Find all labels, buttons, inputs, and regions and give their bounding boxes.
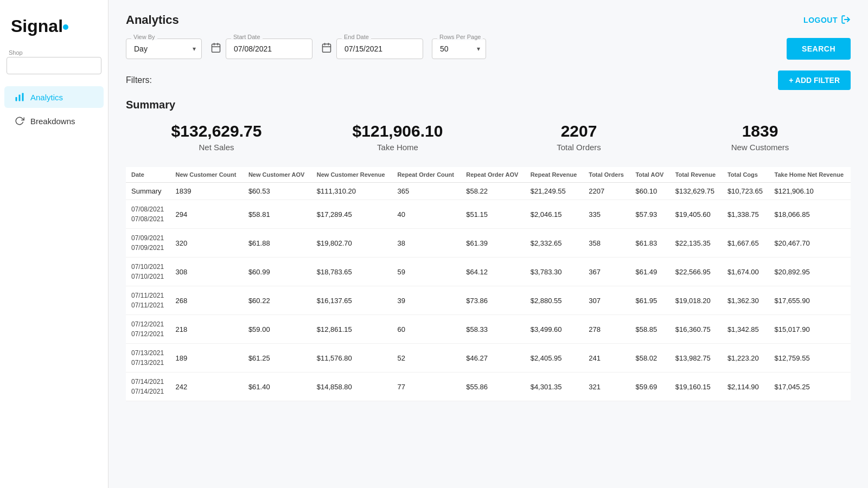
cell-date: 07/09/202107/09/2021 bbox=[126, 229, 170, 258]
cell-new-customer-aov: $60.22 bbox=[243, 286, 311, 315]
end-date-label: End Date bbox=[342, 34, 371, 40]
sidebar-item-breakdowns[interactable]: Breakdowns bbox=[4, 110, 104, 132]
svg-rect-4 bbox=[212, 44, 220, 52]
cell-date: 07/14/202107/14/2021 bbox=[126, 373, 170, 401]
cell-date: 07/08/202107/08/2021 bbox=[126, 200, 170, 229]
cell-new-customer-aov: $60.53 bbox=[243, 183, 311, 200]
page-title: Analytics bbox=[126, 13, 179, 27]
cell-total-cogs: $1,338.75 bbox=[722, 200, 769, 229]
cell-repeat-order-aov: $73.86 bbox=[461, 286, 525, 315]
cell-total-revenue: $16,360.75 bbox=[670, 315, 722, 344]
cell-total-cogs: $1,674.00 bbox=[722, 258, 769, 286]
cell-new-customer-aov: $61.25 bbox=[243, 344, 311, 373]
filters-label: Filters: bbox=[126, 75, 152, 85]
sidebar-item-analytics-label: Analytics bbox=[30, 93, 63, 102]
cell-new-customer-count: 218 bbox=[170, 315, 243, 344]
calendar-start-icon bbox=[210, 42, 221, 56]
net-sales-value: $132,629.75 bbox=[126, 122, 307, 140]
sidebar-item-analytics[interactable]: Analytics bbox=[4, 86, 104, 108]
cell-new-customer-count: 320 bbox=[170, 229, 243, 258]
cell-take-home-net-revenue: $20,467.70 bbox=[769, 229, 851, 258]
cell-total-aov: $60.10 bbox=[630, 183, 669, 200]
cell-date: Summary bbox=[126, 183, 170, 200]
cell-repeat-revenue: $2,046.15 bbox=[525, 200, 584, 229]
cell-date: 07/13/202107/13/2021 bbox=[126, 344, 170, 373]
view-by-select-wrapper[interactable]: Day ▾ Day Week Month bbox=[126, 38, 202, 59]
shop-input[interactable] bbox=[12, 62, 95, 70]
cell-repeat-revenue: $3,783.30 bbox=[525, 258, 584, 286]
cell-repeat-order-count: 59 bbox=[392, 258, 461, 286]
cell-new-customer-count: 1839 bbox=[170, 183, 243, 200]
cell-take-home-net-revenue: $18,066.85 bbox=[769, 200, 851, 229]
filters-label-row: Filters: + ADD FILTER bbox=[126, 70, 851, 90]
cell-take-home-net-revenue: $17,045.25 bbox=[769, 373, 851, 401]
summary-title: Summary bbox=[126, 99, 851, 111]
cell-repeat-order-aov: $58.22 bbox=[461, 183, 525, 200]
start-date-group: Start Date 07/08/2021 bbox=[210, 38, 312, 59]
col-repeat-revenue: Repeat Revenue bbox=[525, 167, 584, 183]
end-date-input-wrapper[interactable]: 07/15/2021 bbox=[336, 38, 423, 59]
summary-card-take-home: $121,906.10 Take Home bbox=[307, 122, 488, 152]
net-sales-label: Net Sales bbox=[126, 143, 307, 152]
cell-new-customer-count: 242 bbox=[170, 373, 243, 401]
add-filter-button[interactable]: + ADD FILTER bbox=[778, 70, 851, 90]
cell-total-cogs: $1,362.30 bbox=[722, 286, 769, 315]
svg-rect-2 bbox=[22, 93, 24, 101]
bar-chart-icon bbox=[14, 92, 25, 102]
start-date-input-wrapper[interactable]: 07/08/2021 bbox=[226, 38, 312, 59]
start-date-value: 07/08/2021 bbox=[234, 44, 272, 53]
cell-repeat-revenue: $4,301.35 bbox=[525, 373, 584, 401]
cell-new-customer-revenue: $17,289.45 bbox=[311, 200, 392, 229]
cell-new-customer-aov: $58.81 bbox=[243, 200, 311, 229]
cell-total-cogs: $1,342.85 bbox=[722, 315, 769, 344]
cell-repeat-order-count: 365 bbox=[392, 183, 461, 200]
main-content: Analytics LOGOUT View By Day ▾ Day Week bbox=[108, 0, 868, 488]
search-button[interactable]: SEARCH bbox=[787, 38, 851, 60]
cell-new-customer-aov: $61.88 bbox=[243, 229, 311, 258]
shop-label: Shop bbox=[9, 49, 108, 56]
cell-repeat-order-aov: $61.39 bbox=[461, 229, 525, 258]
svg-rect-8 bbox=[323, 44, 331, 52]
summary-card-new-customers: 1839 New Customers bbox=[669, 122, 851, 152]
cell-new-customer-aov: $61.40 bbox=[243, 373, 311, 401]
cell-new-customer-revenue: $111,310.20 bbox=[311, 183, 392, 200]
cell-date: 07/12/202107/12/2021 bbox=[126, 315, 170, 344]
cell-repeat-revenue: $3,499.60 bbox=[525, 315, 584, 344]
cell-repeat-revenue: $2,880.55 bbox=[525, 286, 584, 315]
col-repeat-order-aov: Repeat Order AOV bbox=[461, 167, 525, 183]
cell-repeat-revenue: $2,332.65 bbox=[525, 229, 584, 258]
cell-take-home-net-revenue: $15,017.90 bbox=[769, 315, 851, 344]
table-row: 07/14/202107/14/2021242$61.40$14,858.807… bbox=[126, 373, 851, 401]
table-row: 07/13/202107/13/2021189$61.25$11,576.805… bbox=[126, 344, 851, 373]
rows-per-page-label: Rows Per Page bbox=[437, 34, 483, 40]
svg-rect-1 bbox=[19, 95, 21, 101]
shop-input-wrapper[interactable] bbox=[7, 57, 101, 74]
cell-total-orders: 358 bbox=[583, 229, 630, 258]
end-date-field-group: End Date 07/15/2021 bbox=[336, 38, 423, 59]
logout-label: LOGOUT bbox=[803, 16, 838, 24]
cell-new-customer-revenue: $18,783.65 bbox=[311, 258, 392, 286]
table-row: 07/10/202107/10/2021308$60.99$18,783.655… bbox=[126, 258, 851, 286]
logout-button[interactable]: LOGOUT bbox=[803, 15, 851, 26]
cell-new-customer-count: 294 bbox=[170, 200, 243, 229]
summary-card-total-orders: 2207 Total Orders bbox=[488, 122, 669, 152]
cell-new-customer-revenue: $19,802.70 bbox=[311, 229, 392, 258]
cell-repeat-revenue: $2,405.95 bbox=[525, 344, 584, 373]
rows-per-page-select-wrapper[interactable]: 50 ▾ 10 25 50 100 bbox=[432, 38, 486, 59]
table-row: 07/09/202107/09/2021320$61.88$19,802.703… bbox=[126, 229, 851, 258]
start-date-field-group: Start Date 07/08/2021 bbox=[226, 38, 312, 59]
col-total-cogs: Total Cogs bbox=[722, 167, 769, 183]
filters-row: View By Day ▾ Day Week Month bbox=[126, 38, 851, 60]
cell-total-revenue: $132,629.75 bbox=[670, 183, 722, 200]
col-total-orders: Total Orders bbox=[583, 167, 630, 183]
cell-repeat-order-aov: $46.27 bbox=[461, 344, 525, 373]
cell-new-customer-count: 189 bbox=[170, 344, 243, 373]
cell-total-orders: 307 bbox=[583, 286, 630, 315]
cell-total-aov: $59.69 bbox=[630, 373, 669, 401]
cell-new-customer-aov: $59.00 bbox=[243, 315, 311, 344]
col-total-revenue: Total Revenue bbox=[670, 167, 722, 183]
view-by-label: View By bbox=[131, 34, 157, 40]
cell-repeat-order-aov: $55.86 bbox=[461, 373, 525, 401]
take-home-label: Take Home bbox=[307, 143, 488, 152]
cell-date: 07/10/202107/10/2021 bbox=[126, 258, 170, 286]
